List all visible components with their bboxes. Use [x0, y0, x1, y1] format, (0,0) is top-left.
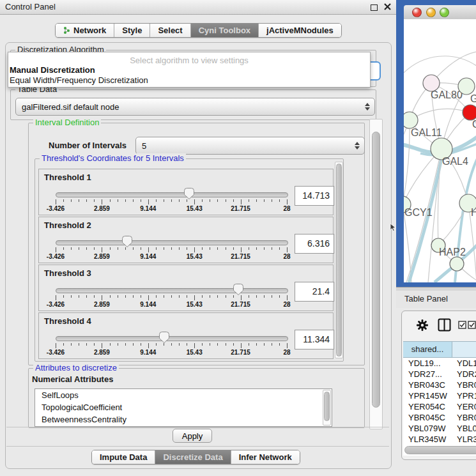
interval-definition-group-title: Interval Definition	[33, 118, 101, 127]
tab-discretize-data[interactable]: Discretize Data	[155, 450, 231, 464]
tick	[79, 295, 79, 298]
table-row[interactable]: YER054CYER0	[403, 401, 476, 412]
threshold-slider-track[interactable]	[56, 192, 288, 197]
tick	[226, 343, 226, 346]
attribute-list-item[interactable]: TopologicalCoefficient	[35, 401, 332, 413]
threshold-value-field[interactable]: 6.316	[295, 234, 334, 254]
bottom-tab-strip: Impute DataDiscretize DataInfer Network	[91, 450, 300, 464]
network-node-gal11[interactable]	[404, 112, 418, 128]
tab-label: Style	[122, 26, 142, 35]
tab-impute-data[interactable]: Impute Data	[92, 450, 155, 464]
threshold-slider-track[interactable]	[56, 288, 288, 293]
tick	[148, 343, 149, 348]
tab-style[interactable]: Style	[114, 24, 150, 37]
threshold-value-field[interactable]: 21.4	[295, 282, 334, 302]
tick	[171, 247, 172, 250]
zoom-traffic-light-icon[interactable]	[440, 8, 449, 17]
table-row[interactable]: YBR045CYBR0	[403, 412, 476, 423]
thresholds-scrollbar-thumb[interactable]	[336, 164, 342, 357]
node-table: shared...naYDL19...YDL1YDR27...YDR2YBR04…	[403, 341, 476, 456]
cell: YLR3	[457, 434, 476, 445]
cell: YPR145W	[408, 390, 453, 401]
tick	[156, 343, 157, 346]
network-node-bottom[interactable]	[450, 257, 464, 271]
dropdown-option-manual-discretization[interactable]: Manual Discretization	[10, 65, 95, 75]
tick	[249, 295, 249, 298]
cell: YER0	[457, 401, 476, 412]
network-node-red[interactable]	[463, 105, 476, 120]
tick	[210, 295, 210, 298]
tab-jactivemnodules[interactable]: jActiveMNodules	[259, 24, 341, 37]
tick	[249, 199, 249, 202]
threshold-slider-thumb[interactable]	[233, 283, 244, 296]
network-node-label: C	[472, 119, 476, 130]
tick	[272, 247, 272, 250]
cell: YBR0	[457, 380, 476, 390]
tick	[133, 295, 134, 298]
tick	[118, 199, 118, 202]
network-icon	[63, 26, 70, 35]
tick-label: -3.426	[47, 301, 65, 308]
thresholds-scrollbar[interactable]	[335, 162, 343, 358]
settings-gear-icon[interactable]	[416, 319, 429, 332]
tick	[233, 247, 234, 250]
network-node-topright[interactable]	[458, 78, 475, 95]
tick-label: 21.715	[231, 301, 250, 308]
threshold-slider-thumb[interactable]	[183, 187, 195, 200]
table-row[interactable]: YDL19...YDL1	[403, 358, 476, 369]
attribute-list-item[interactable]: BetweennessCentrality	[35, 413, 332, 426]
tick	[63, 247, 64, 250]
numerical-attributes-list[interactable]: SelfLoopsTopologicalCoefficientBetweenne…	[35, 388, 332, 427]
column-header-1[interactable]: shared...	[403, 341, 452, 358]
tick-label: -3.426	[47, 205, 65, 212]
threshold-value-field[interactable]: 11.344	[295, 330, 334, 349]
tab-select[interactable]: Select	[150, 24, 190, 37]
tab-label: jActiveMNodules	[266, 26, 334, 35]
checkbox-checked-icon[interactable]	[458, 321, 466, 329]
table-row[interactable]: YBR043CYBR0	[403, 380, 476, 390]
tick	[272, 343, 272, 346]
table-row[interactable]: YDR27...YDR2	[403, 369, 476, 380]
threshold-slider-thumb[interactable]	[121, 235, 133, 248]
tick-label: 28	[283, 205, 290, 212]
table-row[interactable]: YBL079WYBL0	[403, 423, 476, 434]
attributes-list-scrollbar[interactable]	[323, 390, 331, 426]
table-horizontal-scrollbar[interactable]	[404, 446, 476, 454]
column-header-2[interactable]: na	[452, 341, 476, 358]
number-of-intervals-combobox[interactable]: 5	[135, 137, 365, 155]
float-window-icon[interactable]	[371, 4, 378, 11]
main-scrollbar[interactable]	[369, 119, 383, 429]
tab-cyni-toolbox[interactable]: Cyni Toolbox	[191, 24, 259, 37]
split-table-icon[interactable]	[438, 318, 451, 332]
tick	[63, 343, 64, 346]
application-window: Control Panel NetworkStyleSelectCyni Too…	[0, 0, 476, 476]
tick	[171, 343, 172, 346]
tick	[241, 247, 242, 252]
threshold-slider-thumb[interactable]	[158, 331, 170, 344]
dropdown-option-equal-width-frequency[interactable]: Equal Width/Frequency Discretization	[10, 75, 148, 85]
cell: YDL19...	[408, 358, 453, 369]
table-row[interactable]: YLR345WYLR3	[403, 434, 476, 445]
close-traffic-light-icon[interactable]	[412, 8, 422, 17]
tick-label: 15.43	[187, 205, 203, 212]
table-data-combobox[interactable]: galFiltered.sif default node	[15, 98, 375, 116]
close-icon[interactable]	[384, 3, 391, 10]
threshold-slider-track[interactable]	[56, 336, 288, 341]
tick	[102, 199, 102, 204]
attribute-list-item[interactable]: SelfLoops	[35, 389, 332, 401]
network-canvas[interactable]: GAL80GACGAL11GAL4GCY1HHAP2	[404, 19, 476, 282]
minimize-traffic-light-icon[interactable]	[426, 8, 436, 17]
threshold-slider-track[interactable]	[56, 240, 288, 245]
checkbox-checked-icon[interactable]	[468, 321, 476, 329]
tab-network[interactable]: Network	[56, 24, 114, 37]
numerical-attributes-label: Numerical Attributes	[32, 374, 113, 384]
threshold-value-field[interactable]: 14.713	[295, 186, 334, 206]
cell: YDR2	[457, 369, 476, 380]
apply-button[interactable]: Apply	[173, 429, 212, 443]
tick	[79, 343, 79, 346]
table-row[interactable]: YPR145WYPR1	[403, 390, 476, 401]
cell: YER054C	[408, 401, 453, 412]
main-scrollbar-thumb[interactable]	[372, 132, 380, 408]
tab-infer-network[interactable]: Infer Network	[231, 450, 300, 464]
attributes-list-scrollbar-thumb[interactable]	[324, 392, 330, 421]
